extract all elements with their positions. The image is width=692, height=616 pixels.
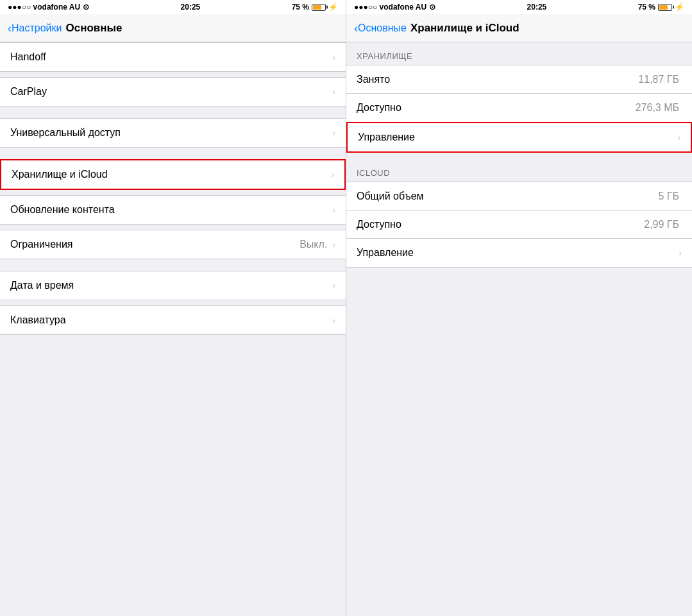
left-row-content-update[interactable]: Обновление контента ›: [0, 196, 346, 224]
right-status-right: 75 % ⚡: [638, 3, 684, 12]
right-settings-content: ХРАНИЛИЩЕ Занято 11,87 ГБ Доступно 276,3…: [346, 42, 692, 616]
left-gap-7: [0, 300, 346, 305]
left-chevron-datetime-icon: ›: [332, 280, 335, 291]
right-charging-icon: ⚡: [675, 3, 684, 12]
right-row-storage-used: Занято 11,87 ГБ: [346, 65, 692, 94]
left-row-restrictions[interactable]: Ограничения Выкл. ›: [0, 230, 346, 259]
right-storage-header: ХРАНИЛИЩЕ: [346, 47, 692, 65]
left-back-button[interactable]: Настройки: [12, 22, 62, 34]
left-group-handoff: Handoff ›: [0, 42, 346, 72]
left-nav-bar: ‹ Настройки Основные: [0, 14, 346, 42]
right-gap-icloud: [346, 153, 692, 164]
right-row-icloud-manage[interactable]: Управление ›: [346, 239, 692, 267]
right-status-left: ●●●○○ vodafone AU ⊙: [354, 3, 435, 12]
right-storage-group: Занято 11,87 ГБ Доступно 276,3 МБ: [346, 65, 692, 123]
left-row-universal[interactable]: Универсальный доступ ›: [0, 119, 346, 147]
left-status-time: 20:25: [181, 3, 201, 12]
left-group-carplay: CarPlay ›: [0, 77, 346, 107]
left-group-restrictions: Ограничения Выкл. ›: [0, 230, 346, 259]
left-group-datetime: Дата и время ›: [0, 271, 346, 300]
left-group-content-update: Обновление контента ›: [0, 195, 346, 225]
left-panel: ●●●○○ vodafone AU ⊙ 20:25 75 % ⚡ ‹ Настр…: [0, 0, 346, 616]
left-chevron-keyboard-icon: ›: [332, 315, 335, 325]
left-chevron-content-icon: ›: [332, 205, 335, 215]
left-chevron-carplay-icon: ›: [332, 87, 335, 97]
left-group-storage: Хранилище и iCloud ›: [0, 159, 346, 190]
left-settings-content: Handoff › CarPlay › Универсальный доступ: [0, 42, 346, 616]
right-carrier: ●●●○○ vodafone AU: [354, 3, 426, 12]
left-gap-4: [0, 190, 346, 195]
right-chevron-icloud-manage-icon: ›: [679, 248, 682, 258]
left-row-date-time[interactable]: Дата и время ›: [0, 271, 346, 300]
right-row-icloud-available: Доступно 2,99 ГБ: [346, 210, 692, 239]
left-nav-title: Основные: [65, 22, 122, 35]
left-row-carplay[interactable]: CarPlay ›: [0, 78, 346, 106]
left-wifi-icon: ⊙: [83, 3, 89, 12]
left-group-keyboard: Клавиатура ›: [0, 305, 346, 335]
right-row-icloud-total: Общий объем 5 ГБ: [346, 182, 692, 210]
left-gap-2: [0, 107, 346, 118]
right-wifi-icon: ⊙: [429, 3, 435, 12]
left-gap-1: [0, 72, 346, 77]
left-gap-3: [0, 148, 346, 159]
left-chevron-universal-icon: ›: [332, 128, 335, 138]
right-nav-bar: ‹ Основные Хранилище и iCloud: [346, 14, 692, 42]
left-status-right: 75 % ⚡: [292, 3, 338, 12]
left-battery-percent: 75 %: [292, 3, 309, 12]
right-row-storage-manage[interactable]: Управление ›: [348, 123, 691, 151]
left-row-storage-icloud[interactable]: Хранилище и iCloud ›: [1, 160, 344, 189]
right-nav-title: Хранилище и iCloud: [410, 22, 519, 35]
left-charging-icon: ⚡: [328, 3, 338, 12]
right-storage-manage-group: Управление ›: [346, 122, 692, 153]
right-chevron-storage-manage-icon: ›: [677, 132, 680, 142]
right-battery-percent: 75 %: [638, 3, 655, 12]
right-icloud-header: ICLOUD: [346, 164, 692, 182]
left-row-handoff[interactable]: Handoff ›: [0, 43, 346, 71]
left-gap-5: [0, 225, 346, 230]
right-battery-icon: [658, 4, 672, 11]
right-icloud-group: Общий объем 5 ГБ Доступно 2,99 ГБ Управл…: [346, 182, 692, 268]
left-group-universal: Универсальный доступ ›: [0, 118, 346, 148]
left-chevron-storage-icon: ›: [331, 169, 334, 180]
right-status-time: 20:25: [527, 3, 547, 12]
right-panel: ●●●○○ vodafone AU ⊙ 20:25 75 % ⚡ ‹ Основ…: [346, 0, 692, 616]
right-row-storage-available: Доступно 276,3 МБ: [346, 94, 692, 122]
right-gap-top: [346, 42, 692, 47]
right-back-button[interactable]: Основные: [358, 22, 407, 34]
left-status-left: ●●●○○ vodafone AU ⊙: [8, 3, 89, 12]
left-carrier: ●●●○○ vodafone AU: [8, 3, 80, 12]
left-chevron-handoff-icon: ›: [332, 52, 335, 62]
left-status-bar: ●●●○○ vodafone AU ⊙ 20:25 75 % ⚡: [0, 0, 346, 14]
left-battery-icon: [312, 4, 326, 11]
left-row-keyboard[interactable]: Клавиатура ›: [0, 306, 346, 334]
left-chevron-restrictions-icon: ›: [332, 239, 335, 250]
left-gap-6: [0, 259, 346, 271]
right-status-bar: ●●●○○ vodafone AU ⊙ 20:25 75 % ⚡: [346, 0, 692, 14]
